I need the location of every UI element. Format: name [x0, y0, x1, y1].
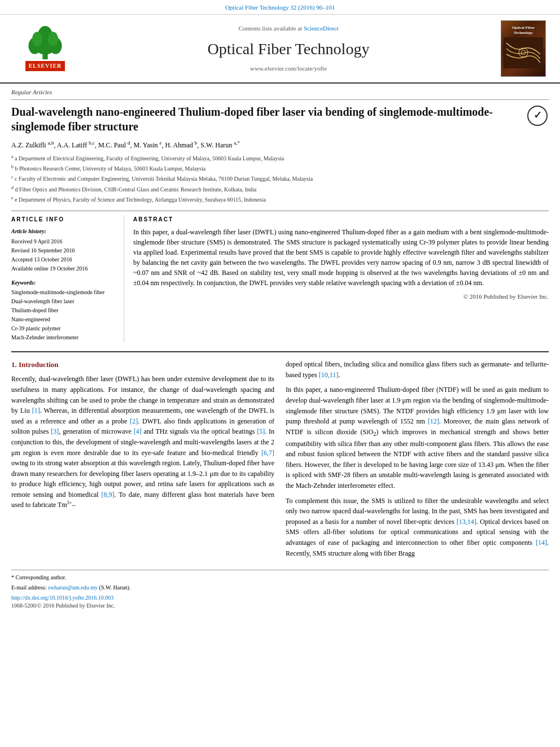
body-right-col: doped optical fibers, including silica a… — [286, 359, 549, 563]
header-section: ELSEVIER Contents lists available at Sci… — [0, 15, 560, 84]
page-footer: * Corresponding author. E-mail address: … — [11, 570, 549, 610]
accepted-date: Accepted 13 October 2016 — [11, 255, 117, 264]
journal-title: Optical Fiber Technology — [208, 38, 370, 60]
crossmark-badge: ✓ — [526, 104, 549, 127]
issn-line: 1068-5200/© 2016 Published by Elsevier I… — [11, 602, 549, 610]
article-title: Dual-wavelength nano-engineered Thulium-… — [11, 104, 549, 134]
right-para-3: To complement this issue, the SMS is uti… — [286, 496, 549, 559]
ref-12[interactable]: [12] — [428, 417, 439, 425]
article-history-label: Article history: — [11, 227, 117, 236]
article-info-col: ARTICLE INFO Article history: Received 9… — [11, 216, 124, 342]
ref-2[interactable]: [2] — [130, 417, 138, 425]
body-section: 1. Introduction Recently, dual-wavelengt… — [11, 351, 549, 563]
section-label: Regular Articles — [11, 88, 549, 99]
keywords-label: Keywords: — [11, 279, 117, 287]
ref-5[interactable]: [5] — [257, 427, 265, 435]
available-date: Available online 19 October 2016 — [11, 264, 117, 273]
email-note: E-mail address: swharun@um.edu.my (S.W. … — [11, 584, 549, 592]
intro-heading: 1. Introduction — [11, 359, 274, 370]
abstract-col: ABSTRACT In this paper, a dual-wavelengt… — [133, 216, 549, 342]
ref-3[interactable]: [3] — [51, 427, 59, 435]
right-para-2: In this paper, a nano-engineered Thulium… — [286, 385, 549, 491]
journal-citation: Optical Fiber Technology 32 (2016) 96–10… — [225, 4, 335, 11]
svg-point-5 — [32, 32, 42, 47]
elsevier-logo: ELSEVIER — [23, 26, 68, 71]
corresponding-note: * Corresponding author. — [11, 574, 549, 582]
journal-website: www.elsevier.com/locate/yofte — [250, 64, 327, 73]
authors-line: A.Z. Zulkifli a,b, A.A. Latiff b,c, M.C.… — [11, 139, 549, 150]
two-col-section: ARTICLE INFO Article history: Received 9… — [11, 211, 549, 342]
affil-a: a a Department of Electrical Engineering… — [11, 154, 549, 163]
ref-10-11[interactable]: [10,11] — [319, 371, 339, 379]
ref-1[interactable]: [1] — [32, 407, 40, 414]
right-para-1: doped optical fibers, including silica a… — [286, 359, 549, 380]
ref-4[interactable]: [4] — [134, 427, 142, 435]
intro-paragraph: Recently, dual-wavelength fiber laser (D… — [11, 374, 274, 510]
email-link[interactable]: swharun@um.edu.my — [48, 584, 98, 591]
body-left-col: 1. Introduction Recently, dual-wavelengt… — [11, 359, 274, 563]
elsevier-badge: ELSEVIER — [25, 61, 65, 71]
page-wrapper: Optical Fiber Technology 32 (2016) 96–10… — [0, 0, 560, 610]
ref-13-14[interactable]: [13,14] — [457, 518, 476, 526]
crossmark-icon: ✓ — [527, 106, 548, 126]
keyword-5: Cr-39 plastic polymer — [11, 324, 117, 333]
received-date: Received 9 April 2016 — [11, 237, 117, 246]
cover-fiber-image-icon — [504, 37, 543, 68]
article-info-heading: ARTICLE INFO — [11, 216, 117, 224]
keyword-2: Dual-wavelength fiber laser — [11, 297, 117, 306]
keyword-1: Singlemode-multimode-singlemode fiber — [11, 288, 117, 297]
keyword-6: Mach-Zehnder interferometer — [11, 333, 117, 342]
header-logo-left: ELSEVIER — [11, 20, 79, 77]
journal-top-bar: Optical Fiber Technology 32 (2016) 96–10… — [0, 0, 560, 15]
ref-14b[interactable]: [14] — [536, 539, 547, 547]
ref-6-7[interactable]: [6,7] — [261, 449, 274, 457]
header-logo-right: Optical FiberTechnology — [498, 20, 549, 77]
article-history: Article history: Received 9 April 2016 R… — [11, 227, 117, 273]
article-content: Regular Articles Dual-wavelength nano-en… — [0, 88, 560, 563]
journal-cover-thumb: Optical FiberTechnology — [501, 20, 546, 77]
science-direct-anchor[interactable]: ScienceDirect — [304, 25, 339, 32]
keyword-3: Thulium-doped fiber — [11, 306, 117, 315]
revised-date: Revised 16 September 2016 — [11, 246, 117, 255]
header-center: Contents lists available at ScienceDirec… — [85, 20, 492, 77]
affil-c: c c Faculty of Electronic and Computer E… — [11, 174, 549, 183]
elsevier-tree-icon — [23, 26, 68, 60]
abstract-paragraph: In this paper, a dual-wavelength fiber l… — [133, 227, 549, 288]
affil-e: e e Department of Physics, Faculty of Sc… — [11, 195, 549, 204]
copyright-line: © 2016 Published by Elsevier Inc. — [133, 292, 549, 301]
affiliations: a a Department of Electrical Engineering… — [11, 154, 549, 204]
keyword-4: Nano-engineered — [11, 315, 117, 324]
abstract-heading: ABSTRACT — [133, 216, 549, 224]
ref-8-9[interactable]: [8,9] — [102, 491, 115, 499]
science-direct-link: Contents lists available at ScienceDirec… — [238, 24, 338, 33]
doi-anchor[interactable]: http://dx.doi.org/10.1016/j.yofte.2016.1… — [11, 595, 113, 601]
authors-text: A.Z. Zulkifli a,b, A.A. Latiff b,c, M.C.… — [11, 141, 240, 149]
affil-b: b b Photonics Research Center, Universit… — [11, 164, 549, 173]
keywords-section: Keywords: Singlemode-multimode-singlemod… — [11, 279, 117, 342]
cover-title-text: Optical FiberTechnology — [512, 25, 535, 35]
doi-link: http://dx.doi.org/10.1016/j.yofte.2016.1… — [11, 594, 549, 602]
abstract-text: In this paper, a dual-wavelength fiber l… — [133, 227, 549, 288]
svg-point-6 — [48, 32, 58, 47]
affil-d: d d Fiber Optics and Photonics Division,… — [11, 185, 549, 194]
